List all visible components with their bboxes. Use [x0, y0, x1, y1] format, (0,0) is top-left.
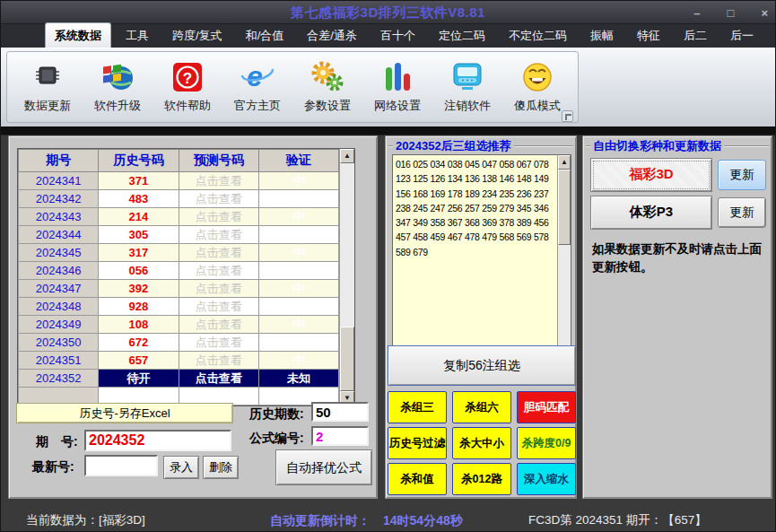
scroll-thumb[interactable] — [558, 170, 571, 245]
history-count-input[interactable] — [311, 402, 369, 422]
predict-cell[interactable]: 点击查看 — [179, 298, 258, 316]
tab-特征[interactable]: 特征 — [628, 23, 669, 48]
table-row[interactable]: 2024347392点击查看中 — [19, 280, 339, 298]
update-fc3d-button[interactable]: 更新 — [718, 160, 766, 190]
ribbon-dialog-launcher-icon[interactable] — [562, 110, 573, 122]
filter-button-杀组六[interactable]: 杀组六 — [452, 391, 511, 423]
verify-cell: 中 — [258, 208, 338, 226]
switch-title: 自由切换彩种和更新数据 — [593, 138, 721, 154]
toolbar-item-官方主页[interactable]: e官方主页 — [222, 57, 292, 122]
filter-button-杀组三[interactable]: 杀组三 — [388, 391, 447, 423]
history-number-cell: 392 — [99, 280, 179, 298]
ribbon-group: 数据更新软件升级?软件帮助e官方主页参数设置网络设置注销软件傻瓜模式 — [6, 51, 579, 123]
predict-cell[interactable]: 点击查看 — [179, 280, 258, 298]
table-row[interactable]: 2024344305点击查看中 — [19, 226, 339, 244]
predict-cell[interactable]: 点击查看 — [179, 244, 258, 262]
history-panel: 期号历史号码预测号码验证 2024341371点击查看中2024342483点击… — [8, 135, 378, 499]
predict-cell[interactable]: 点击查看 — [179, 208, 258, 226]
filter-button-杀跨度0/9[interactable]: 杀跨度0/9 — [517, 427, 576, 459]
tab-定位二码[interactable]: 定位二码 — [430, 23, 494, 48]
table-row[interactable]: 2024346056点击查看中 — [19, 262, 339, 280]
predict-cell[interactable]: 点击查看 — [179, 172, 258, 190]
toolbar-item-参数设置[interactable]: 参数设置 — [292, 57, 362, 122]
column-header: 预测号码 — [179, 150, 258, 172]
recommend-numbers-textarea[interactable]: 016 025 034 038 045 047 058 067 078 123 … — [393, 155, 557, 360]
save-excel-button[interactable]: 历史号-另存Excel — [16, 403, 233, 423]
table-row[interactable]: 2024351657点击查看中 — [19, 352, 339, 370]
latest-number-input[interactable] — [84, 455, 158, 476]
period-cell: 2024351 — [19, 352, 99, 370]
verify-cell: 中 — [258, 298, 338, 316]
period-cell: 2024352 — [19, 370, 99, 388]
tab-计划[interactable]: 计划 — [768, 23, 776, 48]
tab-振幅[interactable]: 振幅 — [581, 23, 623, 48]
tab-后二[interactable]: 后二 — [675, 23, 716, 48]
predict-cell[interactable]: 点击查看 — [179, 262, 258, 280]
tab-合差/通杀[interactable]: 合差/通杀 — [298, 23, 366, 48]
countdown-value: 14时54分48秒 — [383, 508, 463, 532]
tab-系统数据[interactable]: 系统数据 — [45, 22, 111, 48]
table-row[interactable]: 2024345317点击查看中 — [19, 244, 339, 262]
auto-formula-button[interactable]: 自动择优公式 — [275, 449, 372, 485]
tab-和/合值[interactable]: 和/合值 — [237, 23, 293, 48]
filter-button-杀012路[interactable]: 杀012路 — [452, 463, 511, 495]
recommend-panel: 2024352后三组选推荐 016 025 034 038 045 047 05… — [385, 135, 577, 499]
scroll-thumb[interactable] — [340, 327, 354, 391]
predict-cell[interactable]: 点击查看 — [179, 316, 258, 334]
tab-工具[interactable]: 工具 — [117, 23, 158, 48]
tab-跨度/复式[interactable]: 跨度/复式 — [163, 23, 231, 48]
predict-cell[interactable]: 点击查看 — [179, 334, 258, 352]
tab-百十个[interactable]: 百十个 — [371, 23, 424, 48]
predict-cell[interactable]: 点击查看 — [179, 190, 258, 208]
tab-不定位二码[interactable]: 不定位二码 — [500, 23, 576, 48]
scroll-up-icon[interactable]: ▲ — [558, 155, 571, 170]
toolbar-item-label: 官方主页 — [222, 98, 292, 114]
filter-button-深入缩水[interactable]: 深入缩水 — [517, 463, 576, 495]
table-row[interactable]: 2024341371点击查看中 — [19, 172, 339, 190]
predict-cell[interactable]: 点击查看 — [179, 226, 258, 244]
period-input[interactable] — [84, 430, 231, 451]
table-row[interactable]: 2024350672点击查看中 — [19, 334, 339, 352]
update-tcp3-button[interactable]: 更新 — [718, 197, 766, 228]
toolbar-item-网络设置[interactable]: 网络设置 — [362, 57, 432, 122]
recommend-title-row: 2024352后三组选推荐 — [388, 138, 573, 154]
period-cell: 2024348 — [19, 298, 99, 316]
scroll-up-icon[interactable]: ▲ — [340, 149, 354, 163]
table-row[interactable]: 2024348928点击查看中 — [19, 298, 339, 316]
filter-button-胆码匹配[interactable]: 胆码匹配 — [517, 391, 576, 423]
tcp3-button[interactable]: 体彩P3 — [590, 196, 712, 230]
tab-后一[interactable]: 后一 — [721, 23, 763, 48]
table-row[interactable]: 2024343214点击查看中 — [19, 208, 339, 226]
minimize-icon[interactable]: – — [693, 6, 700, 20]
toolbar-item-注销软件[interactable]: 注销软件 — [432, 57, 502, 122]
filter-button-历史号过滤[interactable]: 历史号过滤 — [388, 427, 447, 459]
delete-button[interactable]: 删除 — [203, 456, 239, 479]
verify-cell: 未知 — [258, 370, 338, 388]
recommend-title: 2024352后三组选推荐 — [396, 138, 511, 154]
predict-cell[interactable]: 点击查看 — [179, 370, 258, 388]
history-number-cell: 483 — [99, 190, 179, 208]
predict-cell[interactable]: 点击查看 — [179, 352, 258, 370]
column-header: 历史号码 — [99, 150, 179, 172]
maximize-icon[interactable]: □ — [728, 6, 735, 20]
main-area: 期号历史号码预测号码验证 2024341371点击查看中2024342483点击… — [1, 126, 775, 508]
table-header-row: 期号历史号码预测号码验证 — [19, 150, 339, 172]
table-row[interactable]: 2024349108点击查看中 — [19, 316, 339, 334]
close-icon[interactable]: × — [761, 6, 768, 20]
formula-number-input[interactable] — [311, 426, 369, 446]
column-header: 期号 — [19, 150, 99, 172]
fc3d-button[interactable]: 福彩3D — [590, 158, 712, 192]
table-row[interactable]: 2024352待开点击查看未知 — [19, 370, 339, 388]
filter-button-杀和值[interactable]: 杀和值 — [388, 463, 447, 495]
verify-cell: 中 — [258, 280, 338, 298]
enter-button[interactable]: 录入 — [163, 456, 199, 479]
toolbar-item-软件帮助[interactable]: ?软件帮助 — [153, 57, 222, 122]
filter-button-杀大中小[interactable]: 杀大中小 — [452, 427, 511, 459]
toolbar-item-软件升级[interactable]: 软件升级 — [83, 57, 153, 122]
toolbar-item-数据更新[interactable]: 数据更新 — [13, 57, 83, 122]
history-count-label: 历史期数: — [249, 406, 304, 423]
copy-groups-button[interactable]: 复制56注组选 — [388, 345, 576, 386]
table-row[interactable]: 2024342483点击查看中 — [19, 190, 339, 208]
update-note-text: 如果数据更新不及时请点击上面更新按钮。 — [592, 240, 766, 277]
period-cell: 2024344 — [19, 226, 99, 244]
